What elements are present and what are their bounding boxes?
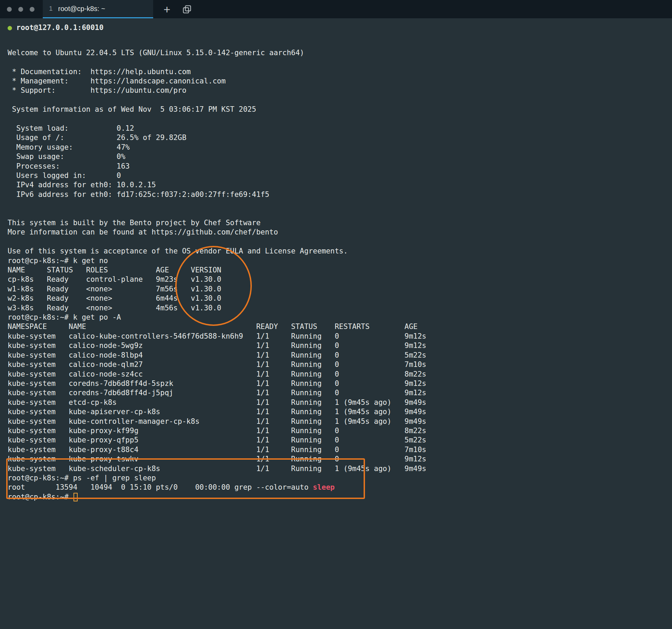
terminal-line: kube-system kube-proxy-qfpp5 1/1 Running… <box>8 436 664 445</box>
tab-bar: 1 root@cp-k8s: ~ + <box>0 0 672 18</box>
text: kube-system calico-node-8lbp4 1/1 Runnin… <box>8 351 426 359</box>
terminal-output[interactable]: ● root@127.0.0.1:60010Welcome to Ubuntu … <box>0 18 672 507</box>
terminal-line: IPv6 address for eth0: fd17:625c:f037:2:… <box>8 190 664 199</box>
terminal-line <box>8 237 664 247</box>
text: root@cp-k8s:~# ps -ef | grep sleep <box>8 474 156 482</box>
terminal-line: root@cp-k8s:~# <box>8 492 664 502</box>
text: root@cp-k8s:~# k get po -A <box>8 313 121 321</box>
text: root@cp-k8s:~# k get no <box>8 257 108 265</box>
terminal-line <box>8 39 664 48</box>
terminal-line: kube-system kube-proxy-kf99g 1/1 Running… <box>8 426 664 436</box>
tab-index: 1 <box>49 5 53 12</box>
text: Swap usage: 0% <box>8 152 125 161</box>
terminal-line: * Support: https://ubuntu.com/pro <box>8 86 664 95</box>
terminal-line <box>8 58 664 67</box>
text: kube-system kube-proxy-kf99g 1/1 Running… <box>8 427 426 435</box>
grep-match: sleep <box>313 483 335 491</box>
text: NAMESPACE NAME READY STATUS RESTARTS AGE <box>8 322 417 331</box>
terminal-line: Welcome to Ubuntu 22.04.5 LTS (GNU/Linux… <box>8 48 664 58</box>
terminal-line: kube-system coredns-7db6d8ff4d-j5pqj 1/1… <box>8 388 664 398</box>
terminal-line: kube-system kube-apiserver-cp-k8s 1/1 Ru… <box>8 407 664 417</box>
text: w2-k8s Ready <none> 6m44s v1.30.0 <box>8 294 221 302</box>
terminal-line: kube-system calico-node-8lbp4 1/1 Runnin… <box>8 351 664 360</box>
terminal-line: root@cp-k8s:~# ps -ef | grep sleep <box>8 473 664 483</box>
text: kube-system coredns-7db6d8ff4d-j5pqj 1/1… <box>8 389 426 397</box>
text: kube-system kube-scheduler-cp-k8s 1/1 Ru… <box>8 465 426 473</box>
terminal-line: * Documentation: https://help.ubuntu.com <box>8 67 664 77</box>
terminal-line: NAME STATUS ROLES AGE VERSION <box>8 266 664 275</box>
terminal-line: kube-system coredns-7db6d8ff4d-5spzk 1/1… <box>8 379 664 388</box>
window-zoom-button[interactable] <box>30 7 34 12</box>
text: cp-k8s Ready control-plane 9m23s v1.30.0 <box>8 275 221 283</box>
text: IPv4 address for eth0: 10.0.2.15 <box>8 181 156 189</box>
terminal-line: Users logged in: 0 <box>8 171 664 180</box>
text: kube-system kube-proxy-tswkv 1/1 Running… <box>8 455 426 463</box>
terminal-line: root@cp-k8s:~# k get po -A <box>8 313 664 322</box>
terminal-line: This system is built by the Bento projec… <box>8 218 664 228</box>
tabs-overview-icon <box>182 4 192 14</box>
terminal-line: IPv4 address for eth0: 10.0.2.15 <box>8 180 664 190</box>
text: * Management: https://landscape.canonica… <box>8 77 226 85</box>
terminal-line: root@cp-k8s:~# k get no <box>8 256 664 266</box>
text: * Documentation: https://help.ubuntu.com <box>8 68 191 76</box>
text: kube-system kube-proxy-t88c4 1/1 Running… <box>8 446 426 454</box>
terminal-line: System load: 0.12 <box>8 124 664 133</box>
tab-title: root@cp-k8s: ~ <box>58 5 105 13</box>
terminal-window: { "colors": { "bg": "#263238", "tabbar_b… <box>0 0 672 629</box>
text: * Support: https://ubuntu.com/pro <box>8 86 186 94</box>
terminal-line: System information as of Wed Nov 5 03:06… <box>8 105 664 114</box>
terminal-line: root 13594 10494 0 15:10 pts/0 00:00:00 … <box>8 483 664 492</box>
text: Usage of /: 26.5% of 29.82GB <box>8 133 186 142</box>
text: w3-k8s Ready <none> 4m56s v1.30.0 <box>8 304 221 312</box>
tab-overview-button[interactable] <box>178 4 196 14</box>
text: kube-system etcd-cp-k8s 1/1 Running 1 (9… <box>8 398 426 407</box>
tab-active[interactable]: 1 root@cp-k8s: ~ <box>43 0 153 18</box>
terminal-line: w3-k8s Ready <none> 4m56s v1.30.0 <box>8 303 664 313</box>
terminal-line: kube-system calico-node-sz4cc 1/1 Runnin… <box>8 370 664 379</box>
terminal-line: kube-system calico-node-qlm27 1/1 Runnin… <box>8 360 664 369</box>
terminal-line: kube-system kube-proxy-t88c4 1/1 Running… <box>8 445 664 455</box>
terminal-lines: ● root@127.0.0.1:60010Welcome to Ubuntu … <box>8 23 664 502</box>
text: kube-system calico-node-5wg9z 1/1 Runnin… <box>8 341 426 350</box>
terminal-line: cp-k8s Ready control-plane 9m23s v1.30.0 <box>8 275 664 284</box>
prompt: root@cp-k8s:~# <box>8 493 73 501</box>
terminal-line <box>8 209 664 218</box>
text: kube-system kube-proxy-qfpp5 1/1 Running… <box>8 436 426 444</box>
terminal-line <box>8 114 664 124</box>
text: This system is built by the Bento projec… <box>8 219 260 227</box>
window-minimize-button[interactable] <box>18 7 23 12</box>
terminal-line: Usage of /: 26.5% of 29.82GB <box>8 133 664 142</box>
terminal-line: * Management: https://landscape.canonica… <box>8 77 664 86</box>
text: kube-system coredns-7db6d8ff4d-5spzk 1/1… <box>8 379 426 388</box>
terminal-line: More information can be found at https:/… <box>8 228 664 237</box>
terminal-line: kube-system kube-proxy-tswkv 1/1 Running… <box>8 455 664 464</box>
terminal-line: kube-system etcd-cp-k8s 1/1 Running 1 (9… <box>8 398 664 407</box>
terminal-line: Swap usage: 0% <box>8 152 664 161</box>
terminal-line: kube-system calico-node-5wg9z 1/1 Runnin… <box>8 341 664 350</box>
text: System load: 0.12 <box>8 124 134 132</box>
text: Use of this system is acceptance of the … <box>8 247 348 255</box>
terminal-line: Processes: 163 <box>8 162 664 171</box>
terminal-line: NAMESPACE NAME READY STATUS RESTARTS AGE <box>8 322 664 331</box>
new-tab-button[interactable]: + <box>156 3 178 15</box>
status-dot: ● <box>8 23 16 32</box>
terminal-line: Use of this system is acceptance of the … <box>8 247 664 256</box>
terminal-line: ● root@127.0.0.1:60010 <box>8 23 664 32</box>
text: Users logged in: 0 <box>8 171 121 180</box>
terminal-line: Memory usage: 47% <box>8 143 664 152</box>
text: More information can be found at https:/… <box>8 228 278 236</box>
text: kube-system calico-node-sz4cc 1/1 Runnin… <box>8 370 426 378</box>
window-close-button[interactable] <box>7 7 12 12</box>
process-row: root 13594 10494 0 15:10 pts/0 00:00:00 … <box>8 483 313 491</box>
terminal-line: w2-k8s Ready <none> 6m44s v1.30.0 <box>8 294 664 303</box>
text: System information as of Wed Nov 5 03:06… <box>8 105 256 113</box>
terminal-line: kube-system calico-kube-controllers-546f… <box>8 332 664 341</box>
text: Processes: 163 <box>8 162 130 170</box>
window-controls <box>0 0 43 18</box>
text: w1-k8s Ready <none> 7m56s v1.30.0 <box>8 285 221 293</box>
terminal-line <box>8 96 664 105</box>
terminal-line: w1-k8s Ready <none> 7m56s v1.30.0 <box>8 284 664 294</box>
text: Memory usage: 47% <box>8 143 130 151</box>
terminal-line: kube-system kube-scheduler-cp-k8s 1/1 Ru… <box>8 464 664 473</box>
text: NAME STATUS ROLES AGE VERSION <box>8 266 221 274</box>
